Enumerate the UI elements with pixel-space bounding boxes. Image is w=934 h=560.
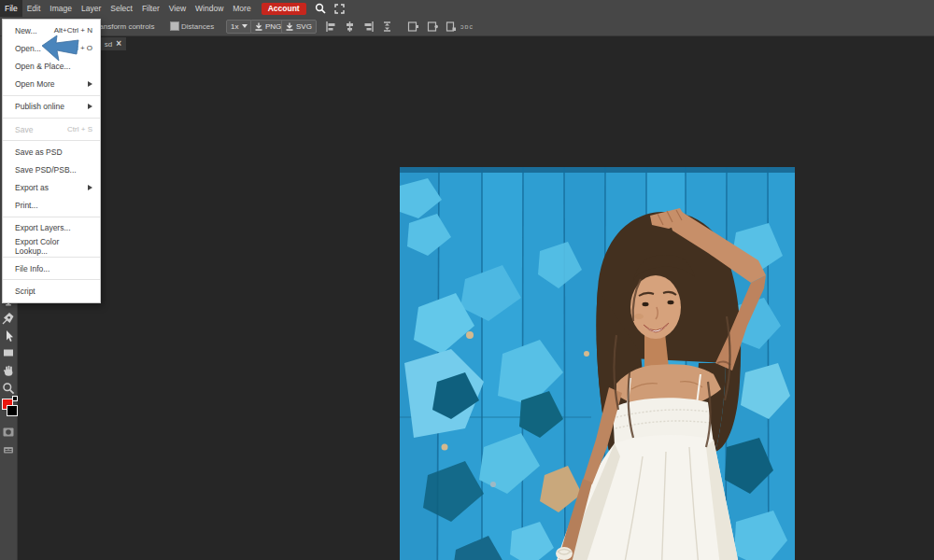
align-canvas-center-icon[interactable] [427, 21, 439, 33]
distribute-horizontal-icon[interactable]: ɔɒc [460, 23, 474, 30]
pixel-ratio-value: 1x [231, 22, 238, 31]
transform-controls-label: Transform controls [92, 17, 154, 35]
menu-item-shortcut: Ctrl + S [67, 125, 92, 133]
menu-separator [3, 118, 100, 119]
menu-item-label: Save [15, 125, 33, 134]
file-menu-item-file-info[interactable]: File Info... [3, 259, 100, 277]
pixel-ratio-button[interactable]: 1x [226, 20, 252, 34]
export-svg-button[interactable]: SVG [281, 20, 317, 34]
tab-close-icon[interactable]: × [116, 39, 121, 49]
menu-item-label: Save PSD/PSB... [15, 165, 77, 175]
distances-checkbox[interactable] [170, 17, 179, 35]
account-button[interactable]: Account [262, 3, 306, 15]
align-left-icon[interactable] [325, 21, 337, 33]
file-menu-item-save-psd-psb[interactable]: Save PSD/PSB... [3, 161, 100, 178]
menu-item-label: Export Color Lookup... [15, 237, 92, 256]
align-right-icon[interactable] [362, 21, 375, 33]
hand-tool-icon[interactable] [2, 364, 15, 377]
search-icon[interactable] [315, 3, 326, 14]
distances-label: Distances [181, 17, 214, 35]
canvas-area[interactable] [17, 35, 934, 560]
caret-down-icon [242, 24, 248, 28]
menubar: FileEditImageLayerSelectFilterViewWindow… [0, 0, 934, 17]
menubar-item-layer[interactable]: Layer [77, 0, 106, 17]
zoom-tool-icon[interactable] [2, 382, 15, 395]
align-canvas-left-icon[interactable] [407, 21, 419, 33]
color-swatches [1, 399, 17, 423]
menubar-item-window[interactable]: Window [191, 0, 228, 17]
menubar-item-select[interactable]: Select [106, 0, 137, 17]
quick-mask-icon[interactable] [2, 426, 15, 439]
menu-separator [3, 257, 100, 258]
menu-item-label: Script [15, 287, 35, 296]
rectangle-tool-icon[interactable] [2, 346, 15, 359]
menubar-item-view[interactable]: View [164, 0, 191, 17]
menu-separator [3, 95, 100, 96]
submenu-arrow-icon [88, 81, 92, 87]
file-menu-item-save: SaveCtrl + S [3, 120, 100, 138]
background-color-swatch[interactable] [7, 405, 18, 416]
menu-item-label: Open More [15, 79, 55, 89]
menu-separator [3, 140, 100, 141]
menu-item-label: Print... [15, 201, 38, 210]
path-select-tool-icon[interactable] [2, 329, 15, 343]
menubar-item-filter[interactable]: Filter [137, 0, 164, 17]
fullscreen-icon[interactable] [334, 4, 345, 14]
file-menu-item-open-more[interactable]: Open More [3, 76, 100, 93]
menubar-items: FileEditImageLayerSelectFilterViewWindow… [0, 0, 256, 17]
menubar-item-file[interactable]: File [0, 0, 22, 17]
checkbox-icon [170, 21, 179, 31]
photopea-window: FileEditImageLayerSelectFilterViewWindow… [0, 0, 934, 560]
file-menu-item-publish-online[interactable]: Publish online [3, 98, 100, 116]
file-menu-item-export-layers[interactable]: Export Layers... [3, 219, 100, 237]
menu-separator [3, 217, 100, 217]
cursor-arrow-icon [37, 34, 82, 63]
submenu-arrow-icon [88, 185, 92, 190]
file-menu-item-print[interactable]: Print... [3, 197, 100, 215]
menu-item-label: Publish online [15, 102, 64, 111]
tab-label: sd [105, 40, 112, 49]
menu-item-label: Save as PSD [15, 147, 63, 157]
menu-item-label: New... [15, 26, 37, 35]
menu-item-label: File Info... [15, 264, 50, 273]
file-menu-item-script[interactable]: Script [3, 282, 100, 300]
options-bar: Transform controls Distances 1x PNG [0, 17, 934, 36]
menubar-item-edit[interactable]: Edit [22, 0, 46, 17]
screen-mode-icon[interactable] [2, 443, 15, 456]
menubar-item-more[interactable]: More [228, 0, 255, 17]
distribute-vertical-icon[interactable] [382, 21, 392, 33]
file-menu-item-save-as-psd[interactable]: Save as PSD [3, 143, 100, 161]
menu-separator [3, 279, 100, 280]
pen-tool-icon[interactable] [2, 312, 15, 325]
menubar-item-image[interactable]: Image [45, 0, 77, 17]
download-icon [255, 22, 262, 31]
file-menu-item-export-color-lookup[interactable]: Export Color Lookup... [3, 237, 100, 255]
menu-item-label: Export Layers... [15, 223, 71, 232]
submenu-arrow-icon [88, 104, 92, 109]
align-center-icon[interactable] [344, 21, 356, 33]
file-menu-item-export-as[interactable]: Export as [3, 179, 100, 197]
menu-item-label: Export as [15, 183, 49, 192]
download-icon [286, 22, 293, 31]
align-canvas-bottom-icon[interactable] [446, 21, 458, 33]
photo-woman-blue-wall [400, 167, 795, 560]
